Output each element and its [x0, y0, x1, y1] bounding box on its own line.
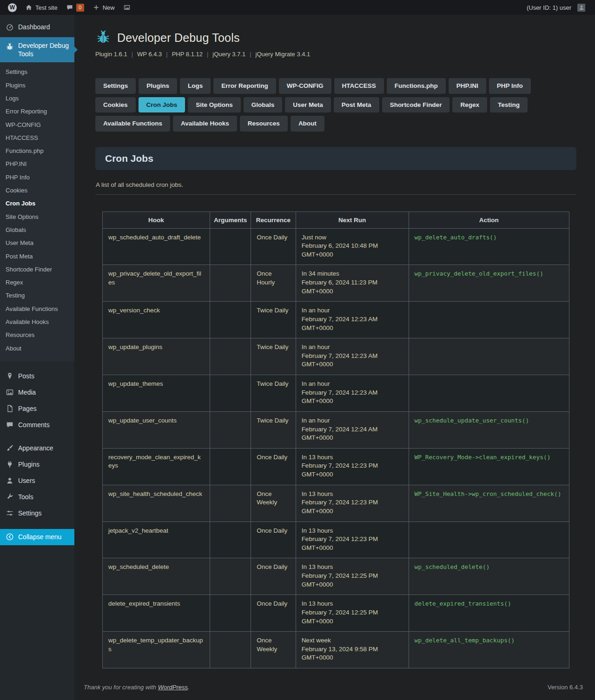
sidebar-subitem[interactable]: PHP.INI	[0, 158, 74, 171]
tab-button[interactable]: WP-CONFIG	[279, 78, 331, 94]
sidebar-subitem[interactable]: Regex	[0, 276, 74, 289]
tab-button[interactable]: Plugins	[139, 78, 177, 94]
sidebar-subitem[interactable]: Testing	[0, 289, 74, 302]
person-icon	[578, 4, 585, 11]
tab-button[interactable]: HTACCESS	[334, 78, 384, 94]
hook-cell: delete_expired_transients	[103, 595, 210, 632]
sidebar-subitem[interactable]: Resources	[0, 329, 74, 342]
recurrence-cell: Twice Daily	[251, 302, 296, 338]
sidebar-subitem[interactable]: Available Functions	[0, 303, 74, 316]
version-meta-item: jQuery Migrate 3.4.1	[245, 51, 310, 58]
new-content-button[interactable]: New	[88, 0, 119, 15]
sidebar-item-dashboard[interactable]: Dashboard	[0, 19, 74, 35]
tab-button[interactable]: Post Meta	[334, 97, 379, 113]
sidebar-item-settings[interactable]: Settings	[0, 505, 74, 522]
sidebar-subitem[interactable]: Shortcode Finder	[0, 263, 74, 276]
sidebar-item-pages[interactable]: Pages	[0, 401, 74, 417]
action-cell: wp_delete_auto_drafts()	[409, 228, 569, 265]
tab-button[interactable]: Cookies	[95, 97, 136, 113]
sidebar-item-label: Posts	[18, 372, 34, 380]
version-meta-item: WP 6.4.3	[127, 51, 162, 58]
sidebar-subitem[interactable]: About	[0, 342, 74, 355]
tab-button[interactable]: Shortcode Finder	[382, 97, 450, 113]
sidebar-subitem[interactable]: Logs	[0, 92, 74, 105]
tab-button[interactable]: User Meta	[285, 97, 331, 113]
next-run-cell: In 13 hours February 7, 2024 12:23 PM GM…	[296, 522, 409, 558]
sidebar-item-posts[interactable]: Posts	[0, 368, 74, 384]
sidebar-subitem[interactable]: Cron Jobs	[0, 197, 74, 210]
hook-cell: wp_scheduled_delete	[103, 558, 210, 595]
sidebar-subitem[interactable]: Settings	[0, 66, 74, 79]
site-name-link[interactable]: Test site	[21, 0, 62, 15]
table-row: recovery_mode_clean_expired_keys Once Da…	[103, 448, 569, 485]
sidebar-item-label: Appearance	[18, 444, 53, 452]
sidebar-subitem[interactable]: Post Meta	[0, 250, 74, 263]
sidebar-subitem[interactable]: HTACCESS	[0, 132, 74, 145]
sidebar-item-users[interactable]: Users	[0, 473, 74, 489]
tab-button[interactable]: Regex	[452, 97, 487, 113]
tab-button[interactable]: Logs	[180, 78, 211, 94]
table-row: delete_expired_transients Once Daily In …	[103, 595, 569, 632]
arguments-cell	[210, 338, 251, 375]
comments-shortcut[interactable]: 0	[62, 0, 88, 15]
table-row: jetpack_v2_heartbeat Once Daily In 13 ho…	[103, 522, 569, 558]
media-icon	[5, 388, 14, 397]
next-run-cell: In 13 hours February 7, 2024 12:23 PM GM…	[296, 448, 409, 485]
recurrence-cell: Once Daily	[251, 522, 296, 558]
recurrence-cell: Twice Daily	[251, 375, 296, 412]
tab-button[interactable]: Site Options	[188, 97, 241, 113]
sidebar-subitem[interactable]: Plugins	[0, 79, 74, 92]
wordpress-link[interactable]: WordPress	[158, 684, 188, 691]
sidebar-subitem[interactable]: User Meta	[0, 237, 74, 250]
sidebar-subitem[interactable]: Error Reporting	[0, 105, 74, 118]
tab-button[interactable]: PHP.INI	[449, 78, 486, 94]
tab-button[interactable]: Settings	[95, 78, 136, 94]
next-run-cell: Just now February 6, 2024 10:48 PM GMT+0…	[296, 228, 409, 265]
action-cell: wp_scheduled_delete()	[409, 558, 569, 595]
tab-button[interactable]: About	[291, 116, 324, 132]
column-header-recurrence: Recurrence	[251, 211, 296, 228]
next-run-cell: In an hour February 7, 2024 12:24 AM GMT…	[296, 411, 409, 448]
pages-icon	[5, 404, 14, 413]
sidebar-subitem[interactable]: WP-CONFIG	[0, 119, 74, 132]
sidebar-subitem[interactable]: Functions.php	[0, 145, 74, 158]
sidebar-subitem[interactable]: Site Options	[0, 211, 74, 224]
plugin-icon	[5, 460, 14, 469]
tab-button[interactable]: Cron Jobs	[139, 97, 185, 113]
tab-button[interactable]: Resources	[240, 116, 288, 132]
tab-button[interactable]: Error Reporting	[213, 78, 276, 94]
action-cell: WP_Recovery_Mode->clean_expired_keys()	[409, 448, 569, 485]
sidebar-item-comments[interactable]: Comments	[0, 417, 74, 433]
tab-button[interactable]: Available Functions	[95, 116, 170, 132]
sidebar-item-appearance[interactable]: Appearance	[0, 440, 74, 456]
sidebar-subitem[interactable]: Cookies	[0, 184, 74, 197]
cron-jobs-section: Cron Jobs A list of all scheduled cron j…	[95, 132, 576, 669]
my-account-menu[interactable]: (User ID: 1) user	[522, 0, 589, 15]
tab-button[interactable]: Globals	[244, 97, 283, 113]
footer: Thank you for creating with WordPress. V…	[84, 676, 584, 694]
sidebar-item-media[interactable]: Media	[0, 384, 74, 401]
sidebar-item-tools[interactable]: Tools	[0, 489, 74, 505]
table-row: wp_scheduled_auto_draft_delete Once Dail…	[103, 228, 569, 265]
menu-group-content: Posts Media Pages Comments	[0, 368, 74, 433]
tab-button[interactable]: Available Hooks	[173, 116, 237, 132]
sidebar-item-developer-debug-tools[interactable]: Developer Debug Tools	[0, 37, 74, 62]
wp-logo-menu[interactable]: W	[4, 0, 21, 15]
sidebar-subitem[interactable]: Available Hooks	[0, 316, 74, 329]
next-run-cell: Next week February 13, 2024 9:58 PM GMT+…	[296, 632, 409, 668]
tab-button[interactable]: Functions.php	[387, 78, 446, 94]
sidebar-item-plugins[interactable]: Plugins	[0, 456, 74, 473]
tab-button[interactable]: Testing	[490, 97, 528, 113]
cron-jobs-table: Hook Arguments Recurrence Next Run Actio…	[102, 211, 569, 669]
sidebar-item-label: Pages	[18, 404, 37, 413]
column-header-next-run: Next Run	[296, 211, 409, 228]
settings-icon	[5, 509, 14, 518]
arguments-cell	[210, 485, 251, 522]
tab-button[interactable]: PHP Info	[489, 78, 531, 94]
sidebar-subitem[interactable]: Globals	[0, 224, 74, 237]
table-wrap: Hook Arguments Recurrence Next Run Actio…	[95, 211, 576, 669]
comments-count-badge: 0	[76, 4, 84, 12]
media-toolbar-button[interactable]	[119, 0, 135, 15]
sidebar-subitem[interactable]: PHP Info	[0, 171, 74, 184]
collapse-menu-button[interactable]: Collapse menu	[0, 529, 74, 545]
